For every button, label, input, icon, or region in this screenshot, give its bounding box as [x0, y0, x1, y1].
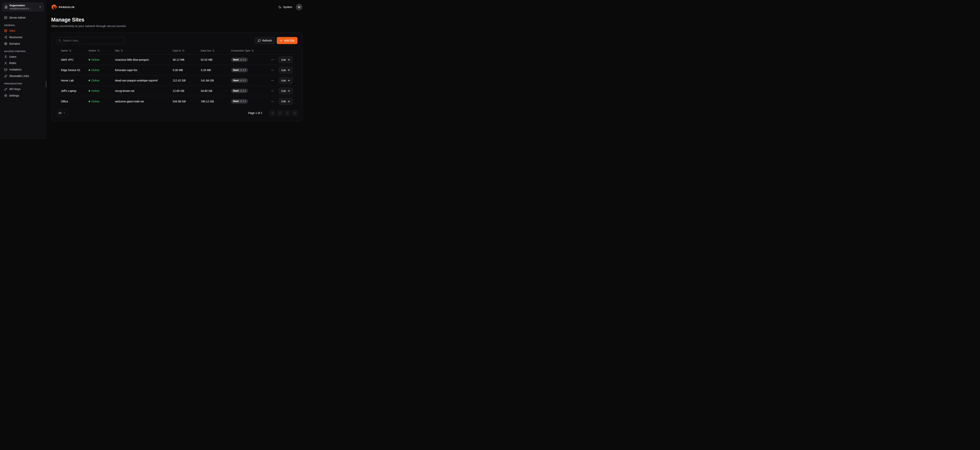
edit-button[interactable]: Edit [279, 87, 293, 94]
column-header-data-out[interactable]: Data Out [201, 49, 231, 52]
chevrons-right-icon [293, 112, 296, 114]
search-box [56, 37, 125, 44]
cell-connection-type: Newt v1.3.2 [231, 68, 270, 73]
cell-actions: Edit [270, 56, 293, 63]
sidebar-item-users[interactable]: Users [2, 54, 44, 60]
cell-actions: Edit [270, 77, 293, 84]
sidebar-item-api-keys[interactable]: API Keys [2, 86, 44, 92]
column-label: Site [115, 49, 119, 52]
edit-label: Edit [282, 79, 286, 82]
user-icon [4, 62, 7, 65]
sidebar-scrollbar-thumb[interactable] [46, 81, 46, 87]
ellipsis-icon [271, 79, 274, 82]
column-label: Data Out [201, 49, 211, 52]
previous-page-button[interactable] [277, 110, 283, 116]
sidebar-item-label: Users [9, 55, 16, 59]
conn-version: v1.3.2 [240, 100, 246, 103]
sort-icon [121, 49, 123, 52]
row-menu-button[interactable] [270, 99, 275, 104]
sidebar-item-resources[interactable]: Resources [2, 34, 44, 41]
sidebar-item-sites[interactable]: Sites [2, 28, 44, 34]
edit-button[interactable]: Edit [279, 77, 293, 84]
pangolin-logo-icon [51, 4, 57, 10]
column-label: Online [89, 49, 96, 52]
edit-label: Edit [282, 100, 286, 103]
page-size-select[interactable]: 20 [56, 110, 68, 116]
avatar[interactable]: M [296, 4, 302, 10]
online-status-dot [89, 59, 90, 60]
cell-site: vivacious-little-blue-penguin [115, 58, 173, 61]
table-row: Home Lab Online dead-san-joaquin-antelop… [56, 75, 298, 86]
chevron-left-icon [278, 112, 281, 114]
refresh-button[interactable]: Refresh [255, 37, 275, 44]
sidebar-item-settings[interactable]: Settings [2, 92, 44, 99]
row-menu-button[interactable] [270, 57, 275, 62]
brand-link[interactable]: PANGOLIN [51, 4, 75, 10]
sidebar-item-label: Roles [9, 61, 16, 65]
sidebar-item-label: Invitations [9, 68, 22, 71]
theme-toggle-button[interactable]: System [278, 5, 292, 9]
row-menu-button[interactable] [270, 68, 275, 73]
sort-icon [97, 49, 100, 52]
cell-data-in: 5.00 MB [173, 68, 201, 72]
next-page-button[interactable] [285, 110, 290, 116]
row-menu-button[interactable] [270, 78, 275, 83]
sidebar-item-shareable-links[interactable]: Shareable Links [2, 73, 44, 79]
online-status-dot [89, 80, 90, 81]
chevrons-up-down-icon [39, 6, 41, 8]
online-status-dot [89, 69, 90, 71]
sidebar-item-label: Domains [9, 42, 20, 46]
chevron-right-icon [286, 112, 289, 114]
ellipsis-icon [271, 58, 274, 61]
org-picker[interactable]: Organization milo@fossorial.io's ... [2, 3, 44, 11]
cell-connection-type: Newt v1.3.2 [231, 78, 270, 83]
add-site-label: Add Site [284, 39, 294, 42]
row-menu-button[interactable] [270, 89, 275, 93]
edit-button[interactable]: Edit [279, 56, 293, 63]
add-site-button[interactable]: Add Site [277, 37, 298, 44]
cell-data-out: 780.12 GB [201, 100, 231, 103]
online-status-label: Online [92, 89, 99, 92]
sidebar-item-roles[interactable]: Roles [2, 60, 44, 67]
sidebar-item-server-admin[interactable]: Server Admin [2, 14, 44, 21]
ellipsis-icon [271, 68, 274, 72]
edit-button[interactable]: Edit [279, 98, 293, 105]
sidebar-nav: Server Admin GENERAL Sites Resources Dom… [2, 14, 44, 99]
cell-site: dead-san-joaquin-antelope-squirrel [115, 79, 173, 82]
cell-name: Home Lab [61, 79, 89, 82]
sidebar-item-domains[interactable]: Domains [2, 41, 44, 47]
sidebar-item-invitations[interactable]: Invitations [2, 67, 44, 73]
last-page-button[interactable] [292, 110, 298, 116]
chevron-down-icon [63, 112, 66, 114]
cell-connection-type: Newt v1.3.2 [231, 99, 270, 104]
column-header-online[interactable]: Online [89, 49, 115, 52]
online-status-label: Online [92, 68, 99, 72]
cell-data-out: 52.02 MB [201, 58, 231, 61]
main-content: PANGOLIN System M Manage Sites Allow con… [46, 0, 307, 139]
column-header-site[interactable]: Site [115, 49, 173, 52]
first-page-button[interactable] [270, 110, 275, 116]
page-subtitle: Allow connectivity to your network throu… [51, 24, 302, 28]
edit-label: Edit [282, 89, 286, 92]
connection-type-badge: Newt v1.3.2 [231, 89, 248, 93]
online-status-label: Online [92, 79, 99, 82]
online-status-dot [89, 90, 90, 92]
link-icon [4, 74, 7, 78]
search-input[interactable] [56, 37, 125, 44]
cell-connection-type: Newt v1.3.2 [231, 57, 270, 62]
column-header-data-in[interactable]: Data In [173, 49, 201, 52]
column-header-name[interactable]: Name [61, 49, 89, 52]
arrow-right-icon [287, 100, 290, 103]
online-status-label: Online [92, 58, 99, 61]
conn-name: Newt [233, 79, 239, 82]
edit-label: Edit [282, 69, 286, 72]
edit-button[interactable]: Edit [279, 67, 293, 73]
sort-icon [182, 49, 185, 52]
cell-data-out: 141.68 GB [201, 79, 231, 82]
column-header-connection-type[interactable]: Connection Type [231, 49, 293, 52]
cell-name: Jeff's Laptop [61, 89, 89, 92]
page-size-value: 20 [59, 111, 62, 114]
page-info: Page 1 of 1 [248, 111, 262, 114]
moon-icon [278, 6, 282, 9]
organization-icon [5, 5, 8, 9]
